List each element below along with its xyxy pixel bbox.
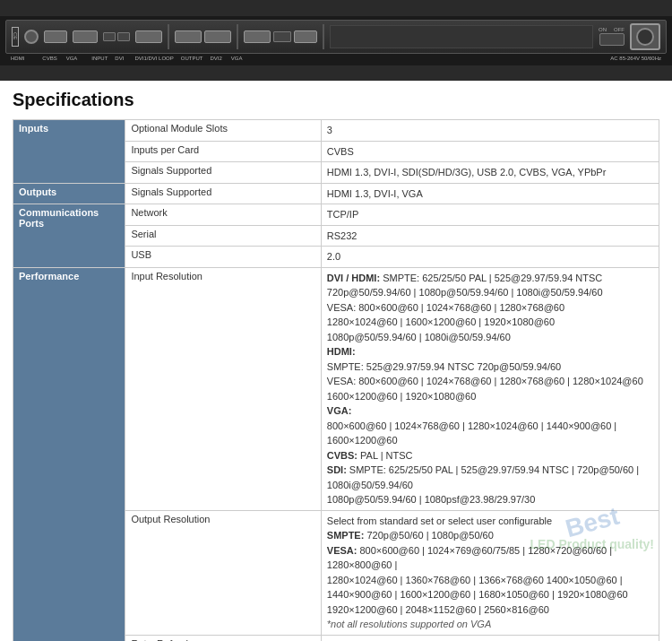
value-cell: RS232: [321, 225, 659, 247]
category-cell: Communications Ports: [13, 204, 125, 268]
label-cell: Serial: [125, 225, 321, 247]
label-cell: Input Resolution: [125, 267, 321, 510]
category-cell: Outputs: [13, 183, 125, 204]
on-off-switch: ONOFF: [599, 27, 625, 46]
label-cell: Inputs per Card: [125, 141, 321, 162]
dvi-connector-1: [135, 30, 162, 43]
value-cell: TCP/IP: [321, 204, 659, 226]
output-group: [244, 30, 317, 43]
value-cell: DVI / HDMI: SMPTE: 625/25/50 PAL | 525@2…: [321, 267, 659, 510]
value-cell: 50 | 60 | 75: [321, 635, 659, 641]
hdmi-group: [103, 32, 130, 41]
ce-mark: CE: [12, 27, 19, 47]
lock-connector: [24, 30, 39, 44]
label-cell: Network: [125, 204, 321, 226]
dsub-connector-1: [73, 30, 98, 43]
label-cell: Signals Supported: [125, 162, 321, 184]
label-cell: Signals Supported: [125, 183, 321, 204]
separator-1: [168, 24, 169, 49]
value-cell: HDMI 1.3, DVI-I, VGA: [321, 183, 659, 204]
label-cell: Output Resolution: [125, 510, 321, 635]
page-title: Specifications: [13, 90, 659, 110]
category-cell: Inputs: [13, 120, 125, 184]
value-cell: Select from standard set or select user …: [321, 510, 659, 635]
value-cell: 3: [321, 120, 659, 142]
bottom-connector-labels: HDMI CVBS VGA INPUT DVI DVI1/DVI LOOP OU…: [5, 55, 667, 62]
value-cell: 2.0: [321, 247, 659, 268]
label-cell: Optional Module Slots: [125, 120, 321, 142]
category-cell: Performance: [13, 267, 125, 641]
value-cell: CVBS: [321, 141, 659, 162]
dvi-loop-group: [175, 30, 231, 43]
device-image: CE: [0, 0, 672, 81]
specs-section: Specifications InputsOptional Module Slo…: [0, 81, 672, 641]
blank-panel: [330, 25, 593, 48]
power-outlet: [630, 23, 660, 50]
label-cell: USB: [125, 247, 321, 268]
specs-table: InputsOptional Module Slots3Inputs per C…: [13, 119, 659, 641]
connector-group-1: [44, 30, 67, 43]
separator-2: [237, 24, 238, 49]
separator-3: [323, 24, 324, 49]
value-cell: HDMI 1.3, DVI-I, SDI(SD/HD/3G), USB 2.0,…: [321, 162, 659, 184]
label-cell: RatesRefresh: [125, 635, 321, 641]
